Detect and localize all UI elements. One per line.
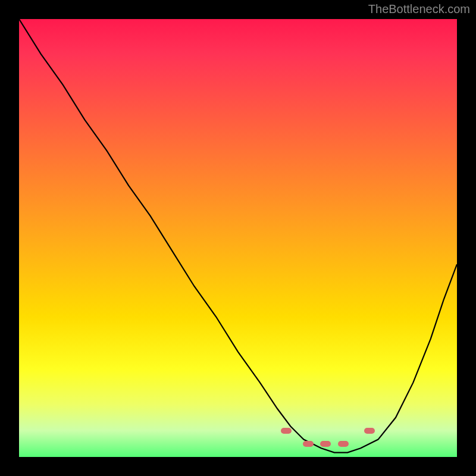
center-marker-2: [320, 441, 331, 447]
chart-svg: [19, 19, 457, 457]
right-marker: [364, 428, 375, 434]
chart-plot-area: [19, 19, 457, 457]
left-marker: [281, 428, 292, 434]
center-marker-1: [303, 441, 314, 447]
bottleneck-curve-line: [19, 19, 457, 453]
attribution-text: TheBottleneck.com: [368, 2, 470, 16]
center-marker-3: [338, 441, 349, 447]
